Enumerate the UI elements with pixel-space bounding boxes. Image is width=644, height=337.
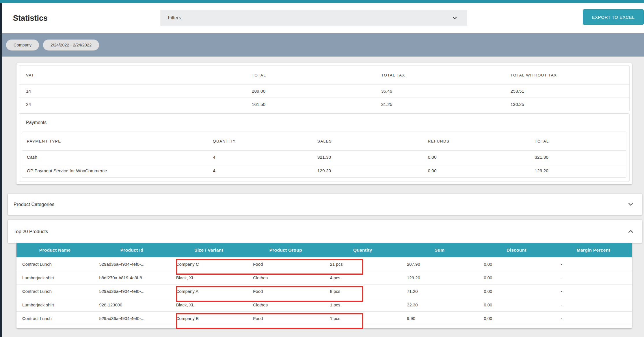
column-header: PAYMENT TYPE	[22, 132, 208, 151]
table-cell: 529ad36a-4904-4ef0-...	[93, 312, 170, 325]
table-cell: -	[555, 312, 632, 325]
chevron-down-icon	[452, 15, 458, 21]
export-to-excel-button[interactable]: EXPORT TO EXCEL	[583, 9, 644, 25]
table-cell: 130.25	[504, 98, 629, 111]
column-header: TOTAL	[245, 66, 374, 85]
column-header: VAT	[19, 66, 245, 85]
table-cell: Lumberjack shirt	[16, 271, 93, 284]
table-cell: Black, XL	[170, 298, 247, 312]
table-cell: 129.20	[530, 164, 626, 178]
table-cell: 71.20	[401, 284, 478, 298]
top-accent-strip	[0, 0, 644, 3]
table-cell: -	[555, 298, 632, 312]
table-cell: 0.00	[478, 312, 555, 325]
table-cell: 529ad36a-4904-4ef0-...	[93, 284, 170, 298]
table-cell: 0.00	[478, 284, 555, 298]
app-header: Statistics Filters EXPORT TO EXCEL	[2, 3, 644, 33]
payments-section-title: Payments	[19, 114, 629, 132]
top-products-table: Product NameProduct IdSize / VariantProd…	[16, 243, 632, 325]
chevron-down-icon[interactable]	[627, 201, 634, 208]
table-cell: Contract Lunch	[16, 284, 93, 298]
payments-panel: Payments PAYMENT TYPEQUANTITYSALESREFUND…	[19, 113, 630, 181]
table-cell: 0.00	[478, 257, 555, 271]
table-cell: Company A	[170, 284, 247, 298]
column-header: Sum	[401, 243, 478, 257]
table-cell: -	[555, 284, 632, 298]
table-cell: 207.90	[401, 257, 478, 271]
column-header: REFUNDS	[423, 132, 530, 151]
vat-payments-card: VATTOTALTOTAL TAXTOTAL WITHOUT TAX 14289…	[16, 63, 632, 184]
top-products-table-card: Product NameProduct IdSize / VariantProd…	[16, 243, 632, 328]
table-cell: 253.51	[504, 85, 629, 98]
table-cell: 24	[19, 98, 245, 111]
vat-table: VATTOTALTOTAL TAXTOTAL WITHOUT TAX 14289…	[19, 66, 629, 111]
table-cell: 35.49	[374, 85, 504, 98]
filter-chips-bar: Company 2/24/2022 - 2/24/2022	[2, 33, 644, 57]
table-cell: Clothes	[247, 271, 324, 284]
product-categories-title: Product Categories	[14, 202, 54, 207]
table-cell: 0.00	[478, 271, 555, 284]
table-row: Contract Lunch529ad36a-4904-4ef0-...Comp…	[16, 312, 632, 325]
table-cell: 21 pcs	[324, 257, 401, 271]
table-cell: 8 pcs	[324, 284, 401, 298]
table-cell: 321.30	[313, 151, 423, 164]
column-header: Quantity	[324, 243, 401, 257]
table-cell: 4 pcs	[324, 271, 401, 284]
table-cell: -	[555, 257, 632, 271]
column-header: Discount	[478, 243, 555, 257]
top-products-header-row: Product NameProduct IdSize / VariantProd…	[16, 243, 632, 257]
table-cell: 529ad36a-4904-4ef0-...	[93, 257, 170, 271]
table-cell: OP Payment Service for WooCommerce	[22, 164, 208, 178]
table-cell: 4	[208, 164, 313, 178]
column-header: Size / Variant	[170, 243, 247, 257]
top-products-accordion[interactable]: Top 20 Products	[8, 220, 642, 243]
table-cell: Food	[247, 284, 324, 298]
payments-table-panel: PAYMENT TYPEQUANTITYSALESREFUNDSTOTAL Ca…	[22, 132, 626, 178]
table-row: Cash4321.300.00321.30	[22, 151, 626, 164]
page-title: Statistics	[13, 14, 48, 23]
product-categories-accordion[interactable]: Product Categories	[8, 194, 642, 215]
table-cell: 129.20	[313, 164, 423, 178]
table-row: Lumberjack shirt928-123000Black, XLCloth…	[16, 298, 632, 312]
column-header: Margin Percent	[555, 243, 632, 257]
table-row: Contract Lunch529ad36a-4904-4ef0-...Comp…	[16, 257, 632, 271]
table-cell: -	[555, 271, 632, 284]
vat-panel: VATTOTALTOTAL TAXTOTAL WITHOUT TAX 14289…	[19, 65, 630, 111]
table-cell: 1 pcs	[324, 312, 401, 325]
table-cell: Food	[247, 312, 324, 325]
filter-chip-date-range[interactable]: 2/24/2022 - 2/24/2022	[43, 40, 99, 50]
table-cell: 31.25	[374, 98, 504, 111]
column-header: Product Name	[16, 243, 93, 257]
chevron-up-icon[interactable]	[627, 228, 634, 235]
vat-table-header-row: VATTOTALTOTAL TAXTOTAL WITHOUT TAX	[19, 66, 629, 85]
table-cell: Contract Lunch	[16, 312, 93, 325]
table-row: OP Payment Service for WooCommerce4129.2…	[22, 164, 626, 178]
table-row: 24161.5031.25130.25	[19, 98, 629, 111]
table-cell: 9.90	[401, 312, 478, 325]
column-header: Product Id	[93, 243, 170, 257]
table-cell: 32.30	[401, 298, 478, 312]
filters-dropdown-label: Filters	[168, 15, 181, 21]
table-cell: Contract Lunch	[16, 257, 93, 271]
filters-dropdown[interactable]: Filters	[160, 10, 467, 26]
table-cell: 0.00	[423, 151, 530, 164]
column-header: TOTAL TAX	[374, 66, 504, 85]
table-cell: 1 pcs	[324, 298, 401, 312]
column-header: Product Group	[247, 243, 324, 257]
table-row: Contract Lunch529ad36a-4904-4ef0-...Comp…	[16, 284, 632, 298]
left-edge-strip	[0, 3, 2, 337]
top-products-title: Top 20 Products	[14, 229, 48, 234]
table-cell: Lumberjack shirt	[16, 298, 93, 312]
table-cell: 0.00	[423, 164, 530, 178]
column-header: TOTAL WITHOUT TAX	[504, 66, 629, 85]
payments-table: PAYMENT TYPEQUANTITYSALESREFUNDSTOTAL Ca…	[22, 132, 626, 177]
table-row: 14289.0035.49253.51	[19, 85, 629, 98]
table-cell: Black, XL	[170, 271, 247, 284]
table-cell: 0.00	[478, 298, 555, 312]
table-cell: 161.50	[245, 98, 374, 111]
table-cell: Cash	[22, 151, 208, 164]
table-cell: Company B	[170, 312, 247, 325]
column-header: QUANTITY	[208, 132, 313, 151]
filter-chip-company[interactable]: Company	[6, 40, 39, 50]
table-cell: 321.30	[530, 151, 626, 164]
